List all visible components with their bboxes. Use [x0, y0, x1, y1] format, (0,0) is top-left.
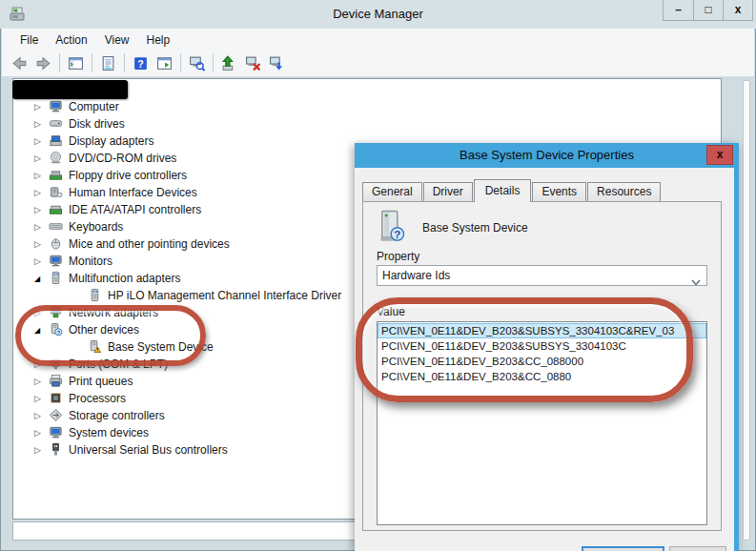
toolbar-separator [124, 53, 125, 72]
menu-help[interactable]: Help [138, 31, 179, 50]
expander-expanded-icon[interactable]: ◢ [34, 275, 49, 283]
device-manager-window: Device Manager –□x FileActionViewHelp ? … [0, 0, 756, 551]
scan-hardware-icon [189, 55, 205, 71]
menu-view[interactable]: View [96, 31, 138, 50]
menu-file[interactable]: File [11, 31, 47, 50]
display-adapter-icon [49, 133, 65, 149]
expander-collapsed-icon[interactable]: ▷ [34, 411, 49, 420]
back-button[interactable] [8, 51, 31, 74]
tree-item-floppy-drive-controllers[interactable]: ▷Floppy drive controllers [12, 167, 356, 184]
update-driver-button[interactable] [217, 51, 241, 74]
scan-changes-button[interactable] [265, 51, 289, 74]
tree-item-label: Universal Serial Bus controllers [69, 443, 228, 457]
property-dropdown[interactable]: Hardware Ids [377, 265, 707, 286]
dialog-close-button[interactable]: x [706, 145, 733, 165]
tree-item-keyboards[interactable]: ▷Keyboards [12, 218, 356, 235]
close-button[interactable]: x [723, 0, 752, 20]
tree-item-label: Disk drives [69, 117, 125, 131]
dialog-title: Base System Device Properties [355, 148, 739, 162]
dvd-drive-icon [49, 151, 65, 166]
expander-collapsed-icon[interactable]: ▷ [34, 222, 49, 232]
action-pane-icon [156, 55, 173, 71]
expander-collapsed-icon[interactable]: ▷ [34, 428, 49, 438]
dialog-titlebar[interactable]: Base System Device Properties x [355, 143, 739, 168]
tree-item-label: Monitors [69, 255, 112, 268]
expander-collapsed-icon[interactable]: ▷ [34, 377, 49, 386]
toolbar-separator [213, 53, 214, 72]
tab-general[interactable]: General [362, 182, 422, 201]
help-button[interactable]: ? [129, 51, 153, 74]
scan-for-hardware-changes-button[interactable] [185, 51, 209, 74]
tree-item-disk-drives[interactable]: ▷Disk drives [12, 115, 356, 133]
multifunction-adapter-icon [88, 288, 104, 303]
expander-collapsed-icon[interactable]: ▷ [34, 239, 49, 249]
expander-collapsed-icon[interactable]: ▷ [34, 256, 49, 266]
maximize-button[interactable]: □ [693, 0, 723, 20]
vertical-scrollbar[interactable] [743, 80, 750, 541]
expander-collapsed-icon[interactable]: ▷ [34, 153, 49, 163]
tree-item-ide-ata-atapi-controllers[interactable]: ▷IDE ATA/ATAPI controllers [12, 201, 356, 218]
tree-item-system-devices[interactable]: ▷System devices [12, 424, 356, 441]
forward-button[interactable] [31, 51, 55, 74]
tree-item-label: Display adapters [69, 134, 153, 148]
toolbar: ? [2, 50, 754, 77]
tree-item-display-adapters[interactable]: ▷Display adapters [12, 133, 356, 150]
storage-controller-icon [49, 408, 65, 423]
update-driver-icon [221, 55, 237, 71]
expander-collapsed-icon[interactable]: ▷ [34, 188, 49, 197]
uninstall-device-button[interactable] [241, 51, 265, 74]
ide-controller-icon [49, 202, 65, 217]
tree-item-label: IDE ATA/ATAPI controllers [69, 203, 201, 216]
menu-action[interactable]: Action [47, 31, 95, 50]
expander-collapsed-icon[interactable]: ▷ [34, 205, 49, 214]
tree-item-hp-ilo-management-channel-interface-driver[interactable]: HP iLO Management Channel Interface Driv… [12, 287, 356, 304]
floppy-controller-icon [49, 168, 65, 183]
forward-icon [35, 55, 51, 71]
tree-item-universal-serial-bus-controllers[interactable]: ▷Universal Serial Bus controllers [12, 441, 356, 459]
tree-item-processors[interactable]: ▷Processors [12, 390, 356, 407]
tree-item-label: Human Interface Devices [69, 186, 197, 199]
tree-item-mice-and-other-pointing-devices[interactable]: ▷Mice and other pointing devices [12, 235, 356, 253]
tree-item-storage-controllers[interactable]: ▷Storage controllers [12, 407, 356, 424]
tree-item-computer[interactable]: ▷Computer [12, 98, 356, 115]
tab-resources[interactable]: Resources [587, 182, 661, 201]
tree-item-monitors[interactable]: ▷Monitors [12, 253, 356, 270]
tree-item-label: Processors [69, 392, 126, 405]
property-dropdown-value: Hardware Ids [382, 269, 450, 282]
monitor-icon [49, 254, 65, 269]
window-controls: –□x [663, 0, 753, 21]
show-console-tree-button[interactable] [64, 51, 88, 74]
tree-item-print-queues[interactable]: ▷Print queues [12, 373, 356, 390]
tab-driver[interactable]: Driver [423, 182, 473, 201]
expander-collapsed-icon[interactable]: ▷ [34, 171, 49, 180]
expander-collapsed-icon[interactable]: ▷ [34, 445, 49, 455]
window-titlebar: Device Manager –□x [0, 0, 756, 29]
svg-text:?: ? [394, 228, 400, 240]
tab-details[interactable]: Details [474, 179, 532, 202]
action-pane-button[interactable] [153, 51, 176, 74]
tree-item-dvd-cd-rom-drives[interactable]: ▷DVD/CD-ROM drives [12, 150, 356, 167]
cancel-button[interactable] [669, 546, 726, 551]
minimize-button[interactable]: – [664, 0, 693, 20]
tree-item-label: Computer [69, 100, 119, 113]
uninstall-device-icon [245, 55, 261, 71]
property-label: Property [377, 250, 419, 263]
tree-item-label: Storage controllers [69, 409, 165, 422]
expander-collapsed-icon[interactable]: ▷ [34, 394, 49, 403]
toolbar-separator [59, 53, 60, 72]
annotation-circle-other-devices [15, 305, 206, 366]
unknown-device-large-icon: ? [377, 210, 407, 242]
expander-collapsed-icon[interactable]: ▷ [34, 136, 49, 146]
tree-item-label: System devices [69, 426, 149, 439]
properties-button[interactable] [96, 51, 120, 74]
tree-item-label: DVD/CD-ROM drives [69, 152, 176, 165]
expander-collapsed-icon[interactable]: ▷ [34, 102, 49, 112]
tree-item-multifunction-adapters[interactable]: ◢Multifunction adapters [12, 270, 356, 287]
ok-button[interactable] [582, 546, 664, 551]
expander-collapsed-icon[interactable]: ▷ [34, 119, 49, 129]
scan-changes-icon [269, 55, 285, 71]
toolbar-separator [180, 53, 181, 72]
tab-events[interactable]: Events [532, 182, 586, 201]
tree-item-human-interface-devices[interactable]: ▷Human Interface Devices [12, 184, 356, 201]
dialog-tabs: GeneralDriverDetailsEventsResources [362, 179, 662, 201]
